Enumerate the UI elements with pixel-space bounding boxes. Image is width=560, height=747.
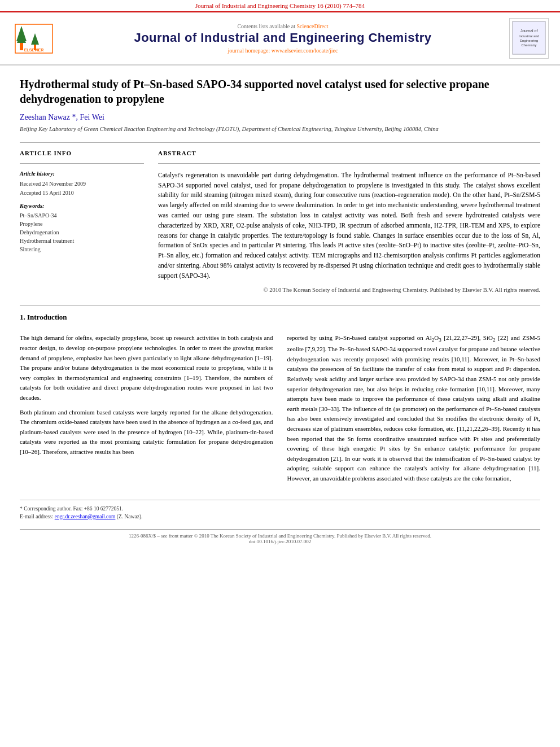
elsevier-logo-svg: ELSEVIER: [14, 23, 54, 54]
intro-col-left: The high demand for olefins, especially …: [20, 333, 273, 488]
email-name: (Z. Nawaz).: [117, 514, 143, 519]
intro-para-3: reported by using Pt–Sn-based catalyst s…: [287, 333, 541, 483]
intro-text-left: The high demand for olefins, especially …: [20, 333, 273, 457]
bottom-bar: 1226-086X/$ – see front matter © 2010 Th…: [20, 529, 540, 544]
svg-text:ELSEVIER: ELSEVIER: [24, 48, 44, 52]
journal-header: ELSEVIER Contents lists available at Sci…: [0, 12, 560, 65]
sciencedirect-link[interactable]: ScienceDirect: [296, 23, 328, 29]
journal-citation: Journal of Industrial and Engineering Ch…: [195, 2, 365, 9]
email-link[interactable]: engr.dr.zeeshan@gmail.com: [55, 514, 116, 519]
keyword-4: Hydrothermal treatment: [20, 237, 144, 245]
intro-col-right: reported by using Pt–Sn-based catalyst s…: [287, 333, 541, 488]
intro-para-2: Both platinum and chromium based catalys…: [20, 408, 273, 457]
svg-text:Chemistry: Chemistry: [521, 43, 536, 47]
article-info-col: ARTICLE INFO Article history: Received 2…: [20, 150, 144, 295]
divider-1: [20, 142, 540, 143]
footnote-area: * Corresponding author. Fax: +86 10 6277…: [20, 500, 540, 521]
homepage-link[interactable]: journal homepage: www.elsevier.com/locat…: [228, 47, 338, 54]
intro-body: The high demand for olefins, especially …: [20, 333, 540, 488]
svg-marker-4: [31, 33, 39, 45]
copyright-text: © 2010 The Korean Society of Industrial …: [158, 286, 540, 295]
journal-homepage: journal homepage: www.elsevier.com/locat…: [62, 47, 504, 54]
article-info-heading: ARTICLE INFO: [20, 150, 144, 156]
abstract-col: ABSTRACT Catalyst's regeneration is unav…: [158, 150, 540, 295]
keyword-2: Propylene: [20, 220, 144, 228]
journal-top-bar: Journal of Industrial and Engineering Ch…: [0, 0, 560, 12]
svg-text:Journal of: Journal of: [520, 29, 538, 33]
email-label: E-mail address:: [20, 514, 53, 519]
author-link[interactable]: Zeeshan Nawaz *, Fei Wei: [20, 113, 104, 121]
sciencedirect-line: Contents lists available at ScienceDirec…: [62, 23, 504, 29]
divider-info: [20, 163, 144, 164]
article-info-abstract: ARTICLE INFO Article history: Received 2…: [20, 150, 540, 295]
issn-text: 1226-086X/$ – see front matter © 2010 Th…: [20, 533, 540, 539]
content-area: Hydrothermal study of Pt–Sn-based SAPO-3…: [0, 65, 560, 556]
page-wrapper: Journal of Industrial and Engineering Ch…: [0, 0, 560, 747]
intro-para-1: The high demand for olefins, especially …: [20, 333, 273, 403]
intro-section-title: 1. Introduction: [20, 313, 540, 322]
keywords-heading: Keywords:: [20, 203, 144, 209]
keyword-5: Sintering: [20, 245, 144, 254]
abstract-text: Catalyst's regeneration is unavoidable p…: [158, 171, 540, 281]
jiec-cover-icon: Journal of Industrial and Engineering Ch…: [512, 21, 546, 55]
footnote-corresponding: * Corresponding author. Fax: +86 10 6277…: [20, 505, 540, 513]
doi-text: doi:10.1016/j.jiec.2010.07.002: [20, 539, 540, 544]
divider-abstract: [158, 163, 540, 164]
authors: Zeeshan Nawaz *, Fei Wei: [20, 113, 540, 122]
abstract-heading: ABSTRACT: [158, 150, 540, 156]
keyword-1: Pt–Sn/SAPO-34: [20, 211, 144, 220]
received-date: Received 24 November 2009: [20, 180, 144, 188]
svg-text:Engineering: Engineering: [520, 39, 538, 42]
affiliation: Beijing Key Laboratory of Green Chemical…: [20, 125, 540, 134]
history-heading: Article history:: [20, 171, 144, 177]
svg-text:Industrial and: Industrial and: [519, 34, 539, 38]
journal-name: Journal of Industrial and Engineering Ch…: [62, 30, 504, 45]
footnote-email: E-mail address: engr.dr.zeeshan@gmail.co…: [20, 513, 540, 521]
journal-right-logo: Journal of Industrial and Engineering Ch…: [509, 18, 549, 59]
article-title: Hydrothermal study of Pt–Sn-based SAPO-3…: [20, 77, 540, 106]
divider-2: [20, 305, 540, 306]
svg-rect-7: [512, 21, 546, 55]
journal-center: Contents lists available at ScienceDirec…: [62, 23, 504, 53]
elsevier-logo: ELSEVIER: [11, 23, 56, 54]
intro-text-right: reported by using Pt–Sn-based catalyst s…: [287, 333, 541, 483]
accepted-date: Accepted 15 April 2010: [20, 189, 144, 197]
keywords-list: Pt–Sn/SAPO-34 Propylene Dehydrogenation …: [20, 211, 144, 254]
keyword-3: Dehydrogenation: [20, 228, 144, 237]
